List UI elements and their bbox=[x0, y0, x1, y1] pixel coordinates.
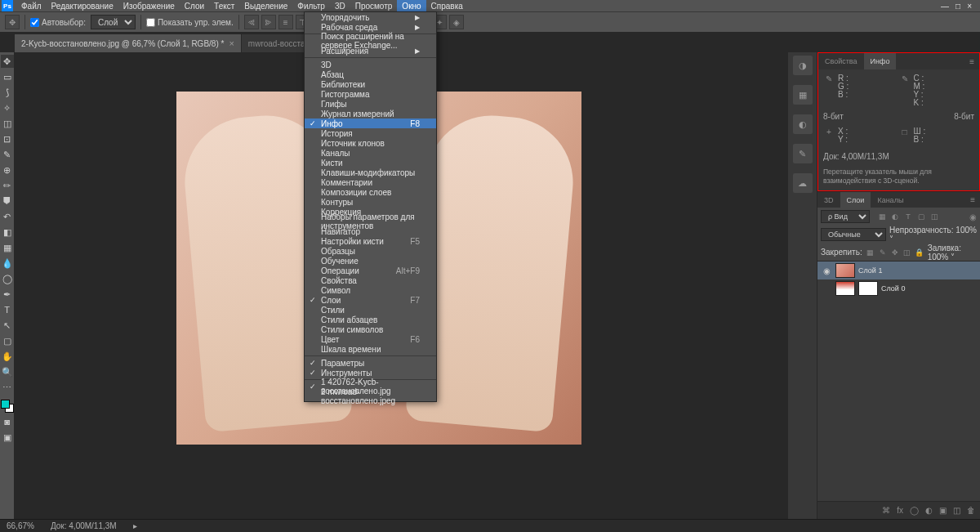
menu-item-журнал-измерений[interactable]: Журнал измерений bbox=[305, 109, 436, 118]
opacity-value[interactable]: 100% bbox=[956, 226, 977, 235]
layer-name[interactable]: Слой 1 bbox=[858, 266, 882, 275]
group-icon[interactable]: ▣ bbox=[939, 506, 947, 515]
menu-item-слои[interactable]: ✓СлоиF7 bbox=[305, 295, 436, 305]
menu-help[interactable]: Справка bbox=[426, 0, 468, 11]
color-dock-icon[interactable]: ◑ bbox=[793, 56, 813, 75]
lock-position-icon[interactable]: ✎ bbox=[878, 248, 888, 257]
align-center-icon[interactable]: ⫸ bbox=[261, 15, 276, 29]
menu-item-каналы[interactable]: Каналы bbox=[305, 148, 436, 158]
brush-dock-icon[interactable]: ✎ bbox=[793, 144, 813, 163]
menu-item-упорядочить[interactable]: Упорядочить▶ bbox=[305, 12, 436, 22]
autoselect-mode[interactable]: Слой bbox=[91, 15, 136, 29]
marquee-tool[interactable]: ▭ bbox=[1, 70, 14, 83]
layer-name[interactable]: Слой 0 bbox=[881, 284, 905, 293]
menu-item-стили[interactable]: Стили bbox=[305, 305, 436, 315]
menu-item-абзац[interactable]: Абзац bbox=[305, 69, 436, 79]
filter-smart-icon[interactable]: ◫ bbox=[929, 211, 940, 222]
3d-other-icon[interactable]: ◈ bbox=[449, 15, 464, 29]
menu-item-наборы-параметров-для-инструментов[interactable]: Наборы параметров для инструментов bbox=[305, 217, 436, 226]
stamp-tool[interactable]: ⛊ bbox=[1, 194, 14, 208]
eyedropper-tool[interactable]: ✎ bbox=[1, 148, 14, 161]
panel-menu-icon[interactable]: ≡ bbox=[964, 57, 979, 66]
menu-item-символ[interactable]: Символ bbox=[305, 285, 436, 295]
blend-mode-select[interactable]: Обычные bbox=[821, 228, 886, 241]
menu-layers[interactable]: Слои bbox=[180, 0, 209, 11]
align-right-icon[interactable]: ≡ bbox=[278, 15, 293, 29]
menu-item-стили-абзацев[interactable]: Стили абзацев bbox=[305, 315, 436, 324]
healing-tool[interactable]: ⊕ bbox=[1, 163, 14, 177]
dodge-tool[interactable]: ◯ bbox=[1, 272, 14, 285]
quickmask-tool[interactable]: ◙ bbox=[1, 415, 14, 428]
menu-item-инфо[interactable]: ✓ИнфоF8 bbox=[305, 118, 436, 128]
color-swatches[interactable] bbox=[1, 400, 14, 413]
minimize-button[interactable]: — bbox=[941, 2, 949, 11]
tab-info[interactable]: Инфо bbox=[864, 53, 897, 69]
menu-item-цвет[interactable]: ЦветF6 bbox=[305, 334, 436, 344]
menu-item-шкала-времени[interactable]: Шкала времени bbox=[305, 344, 436, 354]
lock-move-icon[interactable]: ✥ bbox=[890, 248, 900, 257]
shape-tool[interactable]: ▢ bbox=[1, 334, 14, 347]
move-tool[interactable]: ✥ bbox=[1, 55, 14, 68]
path-tool[interactable]: ↖ bbox=[1, 319, 14, 332]
pen-tool[interactable]: ✒ bbox=[1, 288, 14, 301]
tab-channels[interactable]: Каналы bbox=[871, 192, 910, 208]
lock-pixels-icon[interactable]: ▦ bbox=[866, 248, 875, 257]
status-arrow-icon[interactable]: ▸ bbox=[133, 521, 137, 530]
menu-item-настройки-кисти[interactable]: Настройки кистиF5 bbox=[305, 236, 436, 246]
menu-item-клавиши-модификаторы[interactable]: Клавиши-модификаторы bbox=[305, 168, 436, 177]
menu-item-3d[interactable]: 3D bbox=[305, 60, 436, 69]
new-layer-icon[interactable]: ◫ bbox=[953, 506, 960, 515]
menu-item-история[interactable]: История bbox=[305, 128, 436, 138]
menu-item-операции[interactable]: ОперацииAlt+F9 bbox=[305, 266, 436, 275]
lasso-tool[interactable]: ⟆ bbox=[1, 86, 14, 99]
menu-item-источник-клонов[interactable]: Источник клонов bbox=[305, 138, 436, 148]
link-layers-icon[interactable]: ⌘ bbox=[882, 506, 890, 515]
filter-pixel-icon[interactable]: ▦ bbox=[876, 211, 888, 222]
menu-select[interactable]: Выделение bbox=[239, 0, 292, 11]
menu-item-2-mwroad-восстановлено-jpeg[interactable]: 2 mwroad-восстановлено.jpeg bbox=[305, 391, 436, 401]
status-doc[interactable]: Док: 4,00M/11,3M bbox=[51, 521, 117, 530]
menu-item-образцы[interactable]: Образцы bbox=[305, 246, 436, 256]
menu-item-библиотеки[interactable]: Библиотеки bbox=[305, 79, 436, 89]
frame-tool[interactable]: ⊡ bbox=[1, 132, 14, 145]
crop-tool[interactable]: ◫ bbox=[1, 117, 14, 130]
menu-3d[interactable]: 3D bbox=[330, 0, 350, 11]
show-controls-checkbox[interactable]: Показать упр. элем. bbox=[146, 18, 234, 27]
menu-item-инструменты[interactable]: ✓Инструменты bbox=[305, 368, 436, 378]
menu-item-глифы[interactable]: Глифы bbox=[305, 99, 436, 109]
align-left-icon[interactable]: ⫷ bbox=[244, 15, 259, 29]
maximize-button[interactable]: □ bbox=[956, 2, 960, 11]
adjust-dock-icon[interactable]: ◐ bbox=[793, 114, 813, 134]
menu-item-кисти[interactable]: Кисти bbox=[305, 158, 436, 168]
menu-item-поиск-расширений-на-сервере-exchange-[interactable]: Поиск расширений на сервере Exchange... bbox=[305, 36, 436, 46]
more-tools[interactable]: ⋯ bbox=[1, 381, 14, 394]
menu-text[interactable]: Текст bbox=[209, 0, 239, 11]
menu-item-контуры[interactable]: Контуры bbox=[305, 197, 436, 207]
layer-thumbnail[interactable] bbox=[835, 281, 855, 296]
zoom-tool[interactable]: 🔍 bbox=[1, 365, 14, 378]
menu-window[interactable]: Окно bbox=[397, 0, 425, 11]
lock-all-icon[interactable]: 🔒 bbox=[915, 248, 924, 257]
menu-item-гистограмма[interactable]: Гистограмма bbox=[305, 89, 436, 99]
history-brush-tool[interactable]: ↶ bbox=[1, 210, 14, 223]
menu-item-стили-символов[interactable]: Стили символов bbox=[305, 324, 436, 334]
layer-row[interactable]: ◉ Слой 1 bbox=[817, 262, 980, 279]
tab-layers[interactable]: Слои bbox=[840, 192, 871, 208]
filter-text-icon[interactable]: T bbox=[902, 211, 914, 222]
menu-image[interactable]: Изображение bbox=[118, 0, 180, 11]
tool-preset-icon[interactable]: ✥ bbox=[5, 15, 20, 29]
menu-edit[interactable]: Редактирование bbox=[47, 0, 118, 11]
swatches-dock-icon[interactable]: ▦ bbox=[793, 85, 813, 105]
menu-item-обучение[interactable]: Обучение bbox=[305, 256, 436, 266]
brush-tool[interactable]: ✏ bbox=[1, 179, 14, 192]
autoselect-checkbox[interactable]: Автовыбор: bbox=[30, 18, 86, 27]
blur-tool[interactable]: 💧 bbox=[1, 257, 14, 270]
filter-toggle-icon[interactable]: ◉ bbox=[969, 212, 977, 221]
fx-icon[interactable]: fx bbox=[897, 506, 903, 515]
menu-item-свойства[interactable]: Свойства bbox=[305, 275, 436, 285]
library-dock-icon[interactable]: ☁ bbox=[793, 173, 813, 193]
tab-3d[interactable]: 3D bbox=[817, 192, 840, 208]
eraser-tool[interactable]: ◧ bbox=[1, 226, 14, 239]
hand-tool[interactable]: ✋ bbox=[1, 350, 14, 363]
layer-thumbnail[interactable] bbox=[835, 263, 855, 278]
